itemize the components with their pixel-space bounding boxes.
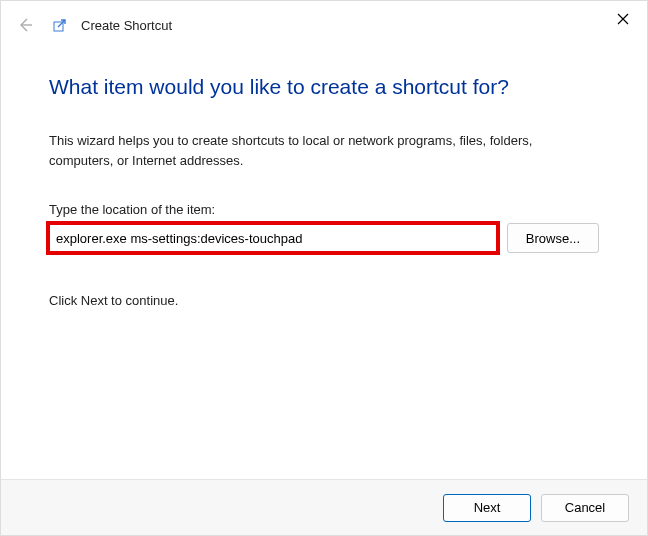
- continue-instruction: Click Next to continue.: [49, 293, 599, 308]
- location-input[interactable]: [49, 224, 497, 252]
- next-button[interactable]: Next: [443, 494, 531, 522]
- wizard-content: What item would you like to create a sho…: [1, 35, 647, 308]
- shortcut-arrow-icon: [51, 16, 69, 34]
- wizard-title: Create Shortcut: [81, 18, 172, 33]
- close-button[interactable]: [613, 9, 633, 29]
- location-label: Type the location of the item:: [49, 202, 599, 217]
- cancel-button[interactable]: Cancel: [541, 494, 629, 522]
- wizard-header: Create Shortcut: [1, 1, 647, 35]
- wizard-footer: Next Cancel: [1, 479, 647, 535]
- wizard-description: This wizard helps you to create shortcut…: [49, 131, 599, 170]
- back-button[interactable]: [15, 15, 35, 35]
- page-heading: What item would you like to create a sho…: [49, 75, 599, 99]
- browse-button[interactable]: Browse...: [507, 223, 599, 253]
